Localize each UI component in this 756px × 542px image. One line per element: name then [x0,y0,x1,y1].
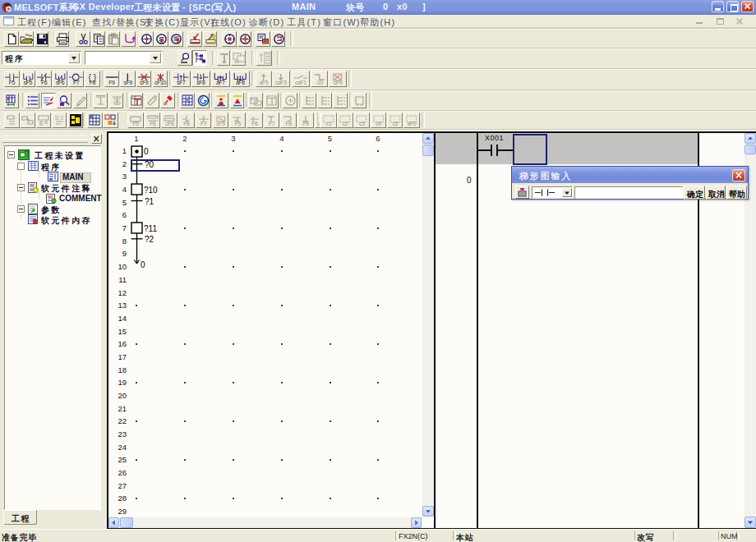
svg-text:0: 0 [144,147,149,156]
svg-text:?10: ?10 [144,186,158,195]
svg-text:0: 0 [141,260,145,269]
svg-text:?1: ?1 [145,197,154,206]
svg-text:?11: ?11 [144,224,157,233]
svg-text:?2: ?2 [145,235,154,244]
